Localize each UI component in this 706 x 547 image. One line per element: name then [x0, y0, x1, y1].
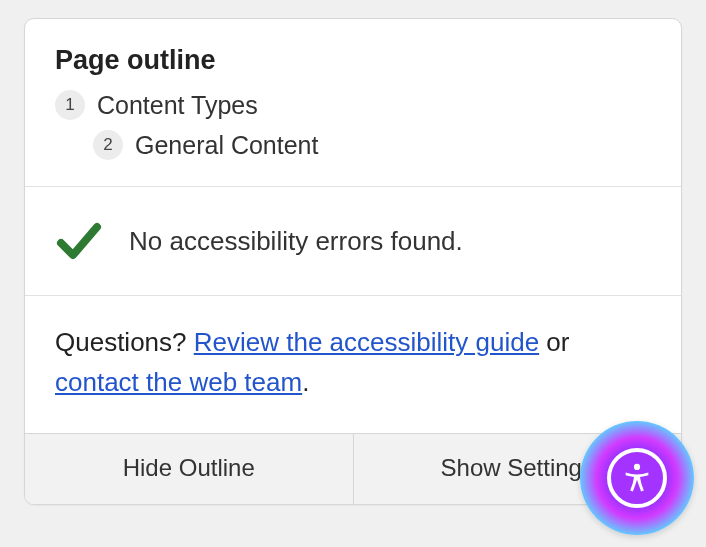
- heading-level-badge: 2: [93, 130, 123, 160]
- outline-item[interactable]: 2 General Content: [55, 130, 651, 160]
- outline-section: Page outline 1 Content Types 2 General C…: [25, 19, 681, 187]
- svg-point-0: [634, 464, 640, 470]
- outline-item[interactable]: 1 Content Types: [55, 90, 651, 120]
- help-suffix: .: [302, 367, 309, 397]
- outline-list: 1 Content Types 2 General Content: [55, 90, 651, 160]
- accessibility-icon: [607, 448, 667, 508]
- check-icon: [55, 217, 103, 265]
- help-prefix: Questions?: [55, 327, 194, 357]
- review-guide-link[interactable]: Review the accessibility guide: [194, 327, 539, 357]
- status-message: No accessibility errors found.: [129, 226, 463, 257]
- panel-title: Page outline: [55, 45, 651, 76]
- help-middle: or: [539, 327, 569, 357]
- outline-item-label: General Content: [135, 131, 318, 160]
- help-section: Questions? Review the accessibility guid…: [25, 296, 681, 433]
- hide-outline-button[interactable]: Hide Outline: [25, 434, 354, 504]
- outline-item-label: Content Types: [97, 91, 258, 120]
- status-section: No accessibility errors found.: [25, 187, 681, 296]
- heading-level-badge: 1: [55, 90, 85, 120]
- accessibility-widget-button[interactable]: [580, 421, 694, 535]
- contact-web-team-link[interactable]: contact the web team: [55, 367, 302, 397]
- accessibility-panel: Page outline 1 Content Types 2 General C…: [24, 18, 682, 505]
